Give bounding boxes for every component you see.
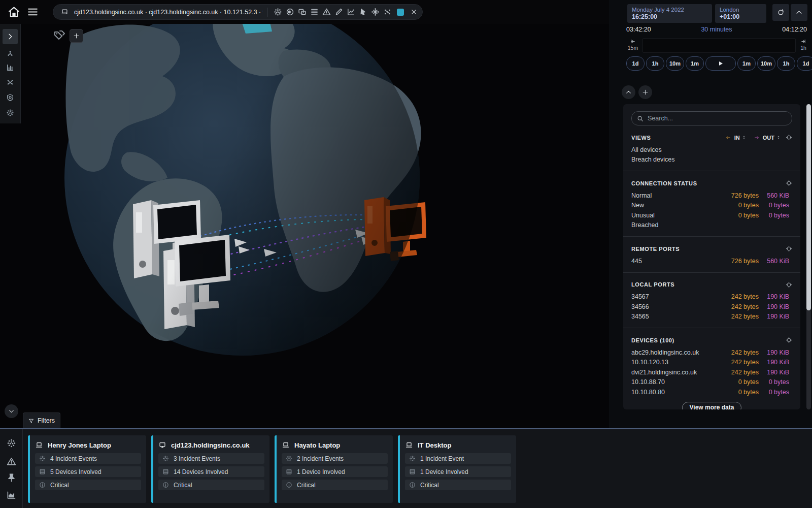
forward-1h-button[interactable]: 1h bbox=[777, 56, 795, 71]
incident-card[interactable]: Henry Jones Laptop 4 Incident Events 5 D… bbox=[28, 435, 146, 503]
incident-card[interactable]: IT Desktop 1 Incident Event 1 Device Inv… bbox=[398, 435, 516, 503]
burst-icon[interactable] bbox=[371, 8, 380, 16]
incident-card[interactable]: cjd123.holdingsinc.co.uk 3 Incident Even… bbox=[151, 435, 269, 503]
views-settings-icon[interactable] bbox=[786, 134, 792, 141]
rewind-1d-button[interactable]: 1d bbox=[626, 56, 645, 71]
collapse-incident-tray-button[interactable] bbox=[5, 404, 18, 418]
current-date: Monday July 4 2022 bbox=[632, 6, 707, 13]
filters-tab[interactable]: Filters bbox=[23, 412, 60, 428]
local-ports-settings-icon[interactable] bbox=[786, 281, 792, 288]
view-more-data-button[interactable]: View more data bbox=[682, 402, 742, 410]
severity-row[interactable]: Critical bbox=[405, 480, 511, 490]
rewind-1h-button[interactable]: 1h bbox=[646, 56, 664, 71]
incident-cards: Henry Jones Laptop 4 Incident Events 5 D… bbox=[28, 435, 516, 503]
devices-settings-icon[interactable] bbox=[786, 337, 792, 343]
ai-analyst-icon[interactable] bbox=[274, 8, 282, 16]
area-chart-icon[interactable] bbox=[7, 490, 16, 500]
timezone-selector[interactable]: London +01:00 bbox=[715, 4, 766, 23]
plus-icon bbox=[642, 89, 649, 96]
severity-row[interactable]: Critical bbox=[158, 480, 264, 490]
device-row: 10.10.80.800 bytes0 bytes bbox=[631, 387, 792, 397]
refresh-icon bbox=[777, 9, 785, 16]
forward-1d-button[interactable]: 1d bbox=[797, 56, 812, 71]
orb-icon[interactable] bbox=[286, 8, 294, 16]
share-nodes-icon[interactable] bbox=[383, 8, 392, 16]
sort-icon bbox=[742, 135, 746, 140]
view-all-devices[interactable]: All devices bbox=[631, 146, 792, 153]
incident-events-icon bbox=[39, 455, 46, 462]
severity-row[interactable]: Critical bbox=[35, 480, 141, 490]
close-search-icon[interactable] bbox=[411, 9, 417, 15]
omnisearch-bar[interactable]: cjd123.holdingsinc.co.uk · cjd123.holdin… bbox=[53, 4, 423, 20]
alert-triangle-icon[interactable] bbox=[322, 8, 331, 16]
incident-events-row[interactable]: 4 Incident Events bbox=[35, 453, 141, 464]
remote-ports-settings-icon[interactable] bbox=[786, 245, 792, 252]
graph-icon[interactable] bbox=[347, 8, 355, 16]
skip-forward-control[interactable]: 1h bbox=[798, 39, 809, 51]
cluster-view-button[interactable] bbox=[3, 105, 18, 120]
chevron-up-icon bbox=[625, 89, 632, 96]
views-section-header: VIEWS IN OUT bbox=[631, 134, 792, 141]
expand-sidebar-button[interactable] bbox=[3, 29, 18, 44]
shield-view-button[interactable] bbox=[3, 90, 18, 105]
skip-back-control[interactable]: 15m bbox=[626, 39, 639, 51]
forward-10m-button[interactable]: 10m bbox=[757, 56, 775, 71]
play-button[interactable] bbox=[705, 56, 736, 71]
devices-involved-row[interactable]: 1 Device Involved bbox=[405, 466, 511, 477]
rewind-1m-button[interactable]: 1m bbox=[686, 56, 704, 71]
incident-device-name: Hayato Laptop bbox=[294, 441, 340, 449]
panel-scrollbar-thumb[interactable] bbox=[806, 104, 811, 310]
incident-tray-rail bbox=[0, 429, 23, 508]
tag-color-chip[interactable] bbox=[397, 9, 404, 16]
event-log-icon[interactable] bbox=[310, 8, 319, 16]
incident-events-row[interactable]: 1 Incident Event bbox=[405, 453, 511, 464]
collapse-time-panel-button[interactable] bbox=[791, 4, 807, 21]
window-length[interactable]: 30 minutes bbox=[651, 26, 783, 33]
skip-forward-step: 1h bbox=[800, 45, 806, 51]
chevron-down-icon bbox=[8, 408, 15, 415]
devices-involved-row[interactable]: 14 Devices Involved bbox=[158, 466, 264, 477]
alert-triangle-icon[interactable] bbox=[7, 457, 16, 466]
pointer-icon[interactable] bbox=[359, 8, 367, 16]
chart-tool-button[interactable] bbox=[3, 60, 18, 75]
severity-icon bbox=[409, 482, 416, 488]
device-row: dvi21.holdingsinc.co.uk242 bytes190 KiB bbox=[631, 367, 792, 377]
timeline-track[interactable] bbox=[642, 38, 796, 53]
connection-status-settings-icon[interactable] bbox=[786, 180, 792, 186]
collapse-panel-button[interactable] bbox=[622, 85, 635, 99]
chevron-up-icon bbox=[795, 9, 803, 16]
map-toolbar bbox=[0, 24, 21, 123]
tags-icon[interactable] bbox=[53, 29, 66, 42]
pencil-icon[interactable] bbox=[334, 8, 343, 16]
date-time-selector[interactable]: Monday July 4 2022 16:25:00 bbox=[627, 4, 712, 23]
rewind-10m-button[interactable]: 10m bbox=[666, 56, 684, 71]
incident-tray: Henry Jones Laptop 4 Incident Events 5 D… bbox=[0, 428, 812, 508]
sort-by-in-control[interactable]: IN bbox=[725, 135, 746, 141]
status-row: Unusual0 bytes0 bytes bbox=[631, 210, 792, 220]
add-panel-button[interactable] bbox=[638, 85, 652, 99]
ai-analyst-icon[interactable] bbox=[7, 438, 16, 448]
sort-by-out-control[interactable]: OUT bbox=[753, 135, 781, 141]
main-menu-button[interactable] bbox=[26, 6, 39, 18]
network-graph-button[interactable] bbox=[3, 75, 18, 90]
antigena-tool-button[interactable] bbox=[3, 46, 18, 61]
globe-map-canvas[interactable] bbox=[0, 0, 609, 428]
incident-events-icon bbox=[409, 455, 416, 462]
refresh-button[interactable] bbox=[772, 4, 789, 21]
add-tag-button[interactable] bbox=[70, 29, 83, 43]
view-breach-devices[interactable]: Breach devices bbox=[631, 156, 792, 163]
devices-involved-row[interactable]: 1 Device Involved bbox=[282, 466, 388, 477]
panel-search-input[interactable]: Search... bbox=[631, 111, 792, 125]
severity-row[interactable]: Critical bbox=[282, 480, 388, 490]
pin-icon[interactable] bbox=[7, 473, 16, 483]
incident-events-row[interactable]: 2 Incident Events bbox=[282, 453, 388, 464]
device-row: 10.10.88.700 bytes0 bytes bbox=[631, 377, 792, 388]
search-icon bbox=[637, 115, 644, 122]
screens-icon[interactable] bbox=[298, 8, 307, 16]
incident-events-row[interactable]: 3 Incident Events bbox=[158, 453, 264, 464]
home-button[interactable] bbox=[8, 6, 20, 18]
devices-involved-row[interactable]: 5 Devices Involved bbox=[35, 466, 141, 477]
filter-funnel-icon bbox=[28, 418, 34, 424]
incident-card[interactable]: Hayato Laptop 2 Incident Events 1 Device… bbox=[275, 435, 393, 503]
forward-1m-button[interactable]: 1m bbox=[737, 56, 756, 71]
